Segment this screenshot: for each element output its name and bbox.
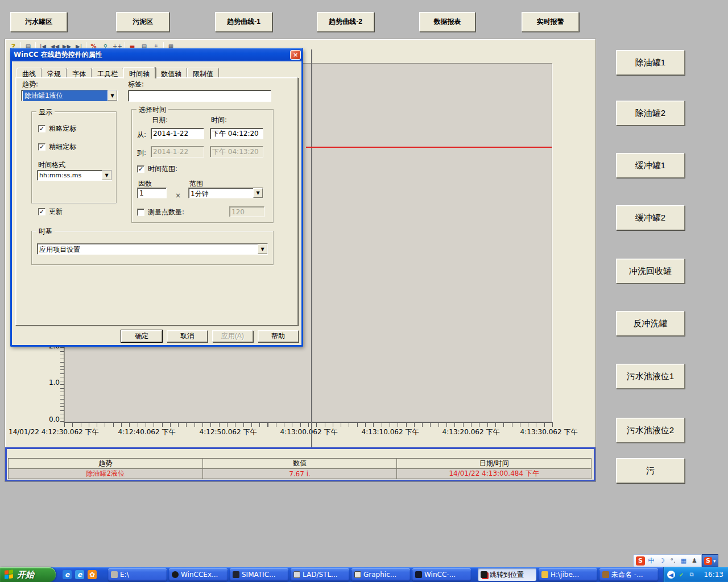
language-collapse-icon[interactable]: ◀	[667, 571, 675, 579]
time-range-label: 时间范围:	[148, 164, 177, 174]
system-tray: ◀ ✔ ⧉ 16:13	[663, 567, 728, 582]
close-icon[interactable]: ×	[290, 50, 301, 60]
chart-ruler-line[interactable]	[311, 49, 312, 448]
y-tick-label: 0.0	[38, 415, 60, 423]
tab-curve[interactable]: 曲线	[16, 68, 42, 78]
measure-points-input	[229, 206, 264, 217]
range-select[interactable]: 1分钟 ▼	[188, 188, 263, 198]
sogou-tray-icon[interactable]: S	[704, 557, 712, 565]
update-checkbox[interactable]: ✓ 更新	[38, 207, 63, 217]
time-range-checkbox[interactable]: ✓ 时间范围:	[137, 164, 177, 174]
legend-header-datetime: 日期/时间	[397, 459, 592, 469]
chevron-down-icon[interactable]: ▼	[102, 171, 111, 180]
time-format-select[interactable]: hh:mm:ss.ms ▼	[37, 170, 112, 181]
timebase-group-title: 时基	[36, 227, 55, 236]
nav-button-trend-curve-1[interactable]: 趋势曲线-1	[215, 12, 272, 32]
tab-limit-value[interactable]: 限制值	[187, 68, 219, 78]
tab-font[interactable]: 字体	[67, 68, 92, 78]
legend-trend-name: 除油罐2液位	[9, 469, 203, 479]
tag-label: 标签:	[128, 80, 144, 89]
factor-input[interactable]	[137, 188, 167, 198]
taskbar-task-winccexplorer[interactable]: WinCCEx...	[169, 568, 228, 581]
side-button-backwash-tank[interactable]: 反冲洗罐	[616, 311, 685, 336]
dialog-title: WinCC 在线趋势控件的属性	[14, 50, 290, 60]
browser-icon[interactable]: e	[75, 570, 84, 579]
trend-select[interactable]: 除油罐1液位 ▼	[21, 90, 118, 101]
checkmark-icon: ✓	[38, 208, 46, 215]
nav-button-realtime-alarm[interactable]: 实时报警	[522, 12, 579, 32]
language-bar-handle[interactable]: S ▾	[702, 554, 718, 567]
ime-toolbar: S 中 ☽ °, ▦ ♟	[633, 554, 702, 567]
ok-button[interactable]: 确定	[121, 330, 162, 342]
tab-toolbar[interactable]: 工具栏	[92, 68, 123, 78]
side-button-buffer-tank-1[interactable]: 缓冲罐1	[616, 153, 685, 178]
legend-value: 7.67 i.	[202, 469, 397, 479]
to-label: 到:	[137, 148, 146, 158]
taskbar-task-untitled[interactable]: 未命名 -...	[599, 568, 658, 581]
x-tick-label: 4:13:10.062 下午	[362, 427, 419, 437]
fine-scaling-checkbox[interactable]: ✓ 精细定标	[38, 142, 76, 152]
nav-button-sludge-area[interactable]: 污泥区	[116, 12, 169, 32]
checkmark-icon: ✓	[38, 143, 46, 151]
help-button[interactable]: 帮助	[258, 330, 299, 342]
side-button-sewage-level-1[interactable]: 污水池液位1	[616, 364, 685, 389]
punctuation-icon[interactable]: °,	[668, 556, 677, 566]
side-button-sewage-level-2[interactable]: 污水池液位2	[616, 418, 685, 443]
start-button[interactable]: 开始	[0, 567, 56, 582]
tab-time-axis[interactable]: 时间轴	[123, 67, 155, 78]
jump-icon	[481, 571, 487, 578]
coarse-scaling-checkbox[interactable]: ✓ 粗略定标	[38, 124, 76, 134]
cancel-button[interactable]: 取消	[167, 330, 208, 342]
date-column-label: 日期:	[152, 115, 168, 125]
antivirus-icon[interactable]: ✔	[677, 571, 685, 579]
chevron-down-icon[interactable]: ▼	[253, 188, 263, 198]
x-tick-label: 14/01/22 4:12:30.062 下午	[9, 427, 99, 437]
x-tick-label: 4:12:40.062 下午	[118, 427, 176, 437]
taskbar-task-ladstl[interactable]: LAD/STL...	[291, 568, 349, 581]
range-value: 1分钟	[189, 188, 253, 198]
from-date-input[interactable]	[151, 128, 204, 139]
sogou-icon[interactable]: S	[636, 556, 645, 566]
ie-icon[interactable]: e	[63, 570, 72, 579]
side-button-deoiling-tank-1[interactable]: 除油罐1	[616, 50, 685, 75]
tab-general[interactable]: 常规	[42, 68, 67, 78]
task-label: Graphic...	[363, 571, 396, 579]
dialog-tab-strip: 曲线 常规 字体 工具栏 时间轴 数值轴 限制值	[16, 67, 219, 78]
network-icon[interactable]: ⧉	[688, 571, 696, 579]
chinese-mode-icon[interactable]: 中	[647, 556, 656, 566]
taskbar-task-drive-e[interactable]: E:\	[108, 568, 167, 581]
ladstl-icon	[293, 571, 300, 578]
tag-input[interactable]	[128, 90, 271, 102]
taskbar-task-jump-to-position[interactable]: 跳转到位置	[478, 568, 536, 581]
timebase-select[interactable]: 应用项目设置 ▼	[37, 243, 268, 255]
side-button-deoiling-tank-2[interactable]: 除油罐2	[616, 101, 685, 126]
quick-launch: e e ✿	[60, 567, 99, 582]
taskbar-task-simatic[interactable]: SIMATIC...	[230, 568, 288, 581]
options-arrow-icon[interactable]: ▾	[713, 558, 716, 564]
chevron-down-icon[interactable]: ▼	[258, 244, 267, 254]
person-icon[interactable]: ♟	[690, 556, 699, 566]
from-time-input[interactable]	[210, 128, 263, 139]
taskbar-task-folder-h[interactable]: H:\jibe...	[539, 568, 597, 581]
taskbar-task-graphics-designer[interactable]: Graphic...	[351, 568, 410, 581]
wincc-icon	[415, 571, 422, 578]
measure-points-label: 测量点数量:	[148, 207, 184, 217]
launcher-icon[interactable]: ✿	[88, 570, 97, 579]
task-label: LAD/STL...	[303, 571, 338, 579]
measure-points-checkbox[interactable]: 测量点数量:	[137, 207, 184, 217]
side-button-buffer-tank-2[interactable]: 缓冲罐2	[616, 205, 685, 230]
tab-value-axis[interactable]: 数值轴	[155, 68, 187, 78]
to-date-input	[151, 146, 204, 157]
soft-keyboard-icon[interactable]: ▦	[679, 556, 688, 566]
apply-button: 应用(A)	[212, 330, 253, 342]
dialog-titlebar[interactable]: WinCC 在线趋势控件的属性 ×	[10, 48, 303, 61]
chevron-down-icon[interactable]: ▼	[107, 90, 117, 101]
legend-data-row[interactable]: 除油罐2液位 7.67 i. 14/01/22 4:13:00.484 下午	[9, 469, 592, 479]
moon-icon[interactable]: ☽	[657, 556, 667, 566]
nav-button-data-report[interactable]: 数据报表	[419, 12, 475, 32]
side-button-sewage[interactable]: 污	[616, 458, 685, 483]
nav-button-trend-curve-2[interactable]: 趋势曲线-2	[317, 12, 374, 32]
taskbar-task-wincc-runtime[interactable]: WinCC-...	[412, 568, 471, 581]
nav-button-sewage-tank-area[interactable]: 污水罐区	[10, 12, 67, 32]
side-button-flush-recovery-tank[interactable]: 冲洗回收罐	[616, 259, 685, 284]
